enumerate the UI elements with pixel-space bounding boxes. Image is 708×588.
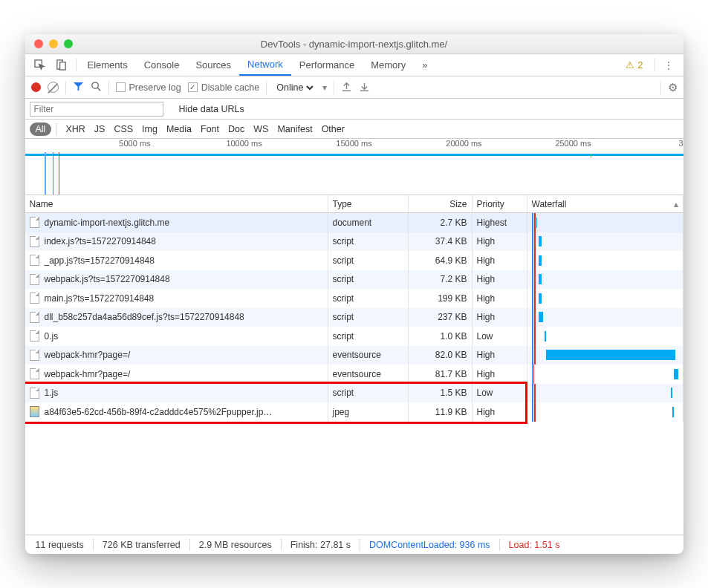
disable-cache-checkbox[interactable]: Disable cache bbox=[188, 82, 260, 93]
row-size: 64.9 KB bbox=[409, 251, 472, 270]
more-tabs-button[interactable]: » bbox=[414, 54, 435, 76]
warning-icon: ⚠ bbox=[626, 59, 634, 71]
filter-input[interactable] bbox=[30, 102, 163, 117]
menu-icon[interactable]: ⋮ bbox=[658, 54, 679, 76]
type-filter-media[interactable]: Media bbox=[163, 122, 195, 136]
row-name: webpack.js?ts=1572270914848 bbox=[45, 274, 170, 284]
row-name: a84f63e5-62cd-456b-89f4-c2adddc4e575%2Fp… bbox=[45, 407, 273, 417]
col-name[interactable]: Name bbox=[25, 195, 328, 212]
settings-icon[interactable]: ⚙ bbox=[668, 81, 678, 94]
row-priority: Low bbox=[472, 327, 527, 346]
row-priority: Highest bbox=[472, 213, 527, 232]
col-priority[interactable]: Priority bbox=[472, 195, 527, 212]
table-row[interactable]: 0.jsscript1.0 KBLow bbox=[25, 327, 683, 346]
row-size: 1.0 KB bbox=[409, 327, 472, 346]
tab-memory[interactable]: Memory bbox=[363, 54, 414, 76]
upload-har-icon[interactable] bbox=[341, 81, 352, 94]
table-row[interactable]: main.js?ts=1572270914848script199 KBHigh bbox=[25, 289, 683, 308]
row-type: jpeg bbox=[328, 402, 409, 422]
table-row[interactable]: 1.jsscript1.5 KBLow bbox=[25, 384, 683, 403]
file-icon bbox=[30, 368, 39, 379]
row-type: script bbox=[328, 327, 409, 346]
type-filter-js[interactable]: JS bbox=[91, 122, 108, 136]
status-requests: 11 requests bbox=[33, 540, 87, 550]
file-icon bbox=[30, 274, 39, 285]
table-row[interactable]: dynamic-import-nextjs.glitch.medocument2… bbox=[25, 213, 683, 232]
traffic-lights bbox=[25, 39, 73, 48]
tab-network[interactable]: Network bbox=[239, 54, 291, 76]
status-bar: 11 requests 726 KB transferred 2.9 MB re… bbox=[25, 535, 683, 554]
row-name: dynamic-import-nextjs.glitch.me bbox=[45, 218, 170, 228]
type-filter-all[interactable]: All bbox=[30, 122, 52, 136]
row-size: 237 KB bbox=[409, 308, 472, 327]
timeline-tick: 20000 ms bbox=[446, 139, 481, 148]
type-filter-font[interactable]: Font bbox=[198, 122, 222, 136]
download-har-icon[interactable] bbox=[359, 81, 370, 94]
preserve-log-checkbox[interactable]: Preserve log bbox=[116, 82, 181, 93]
table-row[interactable]: index.js?ts=1572270914848script37.4 KBHi… bbox=[25, 232, 683, 252]
record-button[interactable] bbox=[31, 82, 41, 92]
row-priority: High bbox=[472, 365, 527, 384]
type-filter-css[interactable]: CSS bbox=[111, 122, 136, 136]
row-waterfall bbox=[527, 365, 683, 384]
table-row[interactable]: webpack-hmr?page=/eventsource81.7 KBHigh bbox=[25, 365, 683, 384]
warning-count: 2 bbox=[637, 59, 643, 71]
row-waterfall bbox=[527, 251, 683, 270]
table-row[interactable]: dll_b58c257da4aa56d89cef.js?ts=157227091… bbox=[25, 308, 683, 327]
tab-console[interactable]: Console bbox=[136, 54, 188, 76]
search-icon[interactable] bbox=[91, 81, 102, 94]
table-row[interactable]: webpack-hmr?page=/eventsource82.0 KBHigh bbox=[25, 346, 683, 365]
row-size: 2.7 KB bbox=[409, 213, 472, 232]
col-waterfall[interactable]: Waterfall bbox=[527, 195, 683, 212]
row-name: 0.js bbox=[45, 331, 59, 342]
resource-type-bar: AllXHRJSCSSImgMediaFontDocWSManifestOthe… bbox=[25, 120, 683, 139]
throttle-select[interactable]: Online bbox=[273, 82, 316, 94]
row-type: script bbox=[328, 384, 409, 403]
row-name: index.js?ts=1572270914848 bbox=[45, 236, 156, 246]
clear-button[interactable] bbox=[48, 82, 59, 93]
timeline-tick: 5000 ms bbox=[119, 139, 150, 148]
inspect-icon[interactable] bbox=[30, 54, 51, 76]
type-filter-xhr[interactable]: XHR bbox=[62, 122, 88, 136]
tab-performance[interactable]: Performance bbox=[291, 54, 363, 76]
device-icon[interactable] bbox=[51, 54, 73, 76]
warnings-button[interactable]: ⚠ 2 bbox=[617, 54, 651, 76]
row-size: 1.5 KB bbox=[409, 384, 472, 403]
row-name: main.js?ts=1572270914848 bbox=[45, 293, 155, 304]
maximize-button[interactable] bbox=[64, 39, 73, 48]
timeline-overview[interactable]: 5000 ms10000 ms15000 ms20000 ms25000 ms3… bbox=[25, 139, 683, 195]
table-row[interactable]: webpack.js?ts=1572270914848script7.2 KBH… bbox=[25, 270, 683, 290]
status-domcontentloaded: DOMContentLoaded: 936 ms bbox=[366, 540, 493, 550]
svg-point-3 bbox=[91, 82, 97, 88]
table-body[interactable]: dynamic-import-nextjs.glitch.medocument2… bbox=[25, 213, 683, 535]
type-filter-ws[interactable]: WS bbox=[250, 122, 271, 136]
col-size[interactable]: Size bbox=[409, 195, 472, 212]
row-waterfall bbox=[527, 213, 683, 232]
row-name: webpack-hmr?page=/ bbox=[45, 369, 131, 379]
row-priority: High bbox=[472, 251, 527, 270]
type-filter-img[interactable]: Img bbox=[139, 122, 160, 136]
type-filter-manifest[interactable]: Manifest bbox=[274, 122, 315, 136]
row-size: 81.7 KB bbox=[409, 365, 472, 384]
type-filter-doc[interactable]: Doc bbox=[225, 122, 247, 136]
titlebar[interactable]: DevTools - dynamic-import-nextjs.glitch.… bbox=[25, 34, 683, 54]
row-priority: High bbox=[472, 308, 527, 327]
close-button[interactable] bbox=[34, 39, 43, 48]
file-icon bbox=[30, 312, 39, 323]
table-row[interactable]: _app.js?ts=1572270914848script64.9 KBHig… bbox=[25, 251, 683, 270]
row-size: 37.4 KB bbox=[409, 232, 472, 252]
panel-tabs: ElementsConsoleSourcesNetworkPerformance… bbox=[25, 54, 683, 76]
col-type[interactable]: Type bbox=[328, 195, 409, 212]
tab-elements[interactable]: Elements bbox=[79, 54, 136, 76]
hide-data-urls-checkbox[interactable]: Hide data URLs bbox=[175, 104, 244, 114]
row-type: script bbox=[328, 270, 409, 290]
file-icon bbox=[30, 293, 39, 304]
filter-toggle-icon[interactable] bbox=[73, 81, 84, 94]
request-table: Name Type Size Priority Waterfall dynami… bbox=[25, 195, 683, 535]
row-waterfall bbox=[527, 346, 683, 365]
type-filter-other[interactable]: Other bbox=[319, 122, 348, 136]
minimize-button[interactable] bbox=[49, 39, 58, 48]
tab-sources[interactable]: Sources bbox=[187, 54, 239, 76]
row-type: document bbox=[328, 213, 409, 232]
table-row[interactable]: a84f63e5-62cd-456b-89f4-c2adddc4e575%2Fp… bbox=[25, 402, 683, 422]
